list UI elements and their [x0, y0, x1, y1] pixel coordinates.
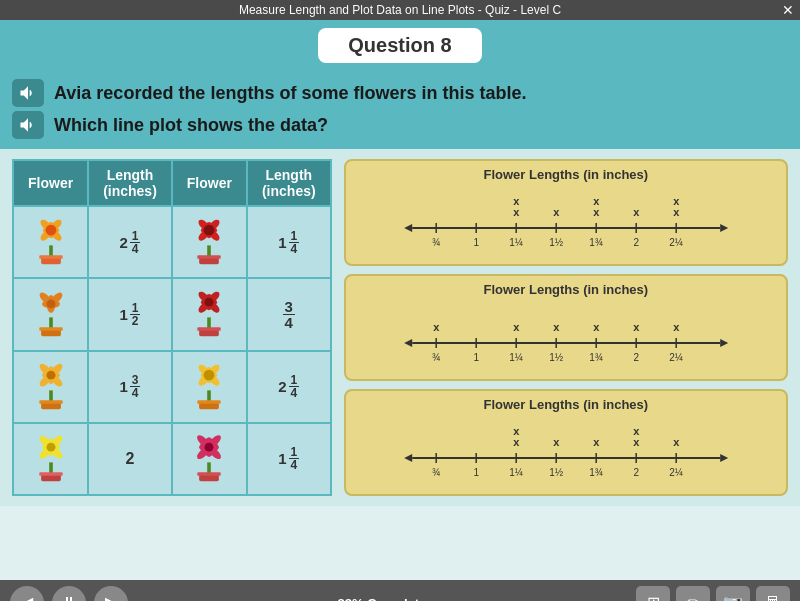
flower-cell-3: [13, 351, 88, 423]
svg-text:1: 1: [473, 467, 479, 478]
pencil-icon-button[interactable]: ✏: [676, 586, 710, 602]
svg-text:x: x: [553, 206, 560, 218]
svg-rect-40: [39, 400, 62, 404]
svg-text:x: x: [673, 206, 680, 218]
plot-svg-2: ¾ 1 1¼ 1½ 1¾ 2 2¼ x x x x x x: [356, 301, 776, 371]
flower-cell-6: [172, 278, 247, 350]
back-button[interactable]: ◀: [10, 586, 44, 602]
main-container: Question 8 Avia recorded the lengths of …: [0, 20, 800, 580]
pause-button[interactable]: ⏸: [52, 586, 86, 602]
svg-text:1½: 1½: [549, 467, 564, 478]
col-header-length2: Length(inches): [247, 160, 331, 206]
flower-cell-8: [172, 423, 247, 495]
svg-text:x: x: [513, 436, 520, 448]
svg-text:x: x: [633, 206, 640, 218]
question-line2: Which line plot shows the data?: [12, 111, 788, 139]
plot-title-1: Flower Lengths (in inches): [356, 167, 776, 182]
content-area: Flower Length(inches) Flower Length(inch…: [0, 149, 800, 506]
flower-cell-7: [172, 351, 247, 423]
svg-text:2: 2: [633, 352, 639, 363]
svg-text:x: x: [553, 321, 560, 333]
svg-text:x: x: [433, 321, 440, 333]
svg-marker-78: [404, 224, 412, 232]
question-line1: Avia recorded the lengths of some flower…: [12, 79, 788, 107]
svg-marker-126: [404, 454, 412, 462]
speaker-icon-2[interactable]: [12, 111, 44, 139]
svg-text:¾: ¾: [432, 237, 440, 248]
svg-marker-104: [720, 339, 728, 347]
svg-text:x: x: [513, 206, 520, 218]
svg-text:x: x: [673, 321, 680, 333]
svg-text:x: x: [513, 321, 520, 333]
grid-icon-button[interactable]: ⊞: [636, 586, 670, 602]
flower-image-5: [185, 214, 233, 266]
svg-text:x: x: [633, 321, 640, 333]
svg-text:2¼: 2¼: [669, 352, 683, 363]
bottom-icons: ⊞ ✏ 📷 🖩: [636, 586, 790, 602]
col-header-flower2: Flower: [172, 160, 247, 206]
flower-image-4: [27, 431, 75, 483]
svg-text:2: 2: [633, 237, 639, 248]
svg-text:1: 1: [473, 352, 479, 363]
speaker-icon-1[interactable]: [12, 79, 44, 107]
table-row: 214: [13, 206, 331, 278]
svg-text:2: 2: [633, 467, 639, 478]
svg-text:x: x: [593, 436, 600, 448]
plot-box-3[interactable]: Flower Lengths (in inches) ¾: [344, 389, 788, 496]
plot-svg-1: ¾ 1 1¼ 1½ 1¾ 2 2¼ x x x x: [356, 186, 776, 256]
bottom-bar: ◀ ⏸ ▶ 88% Complete ⊞ ✏ 📷 🖩: [0, 580, 800, 601]
svg-text:2¼: 2¼: [669, 237, 683, 248]
svg-text:1¾: 1¾: [589, 352, 603, 363]
svg-point-67: [46, 443, 55, 452]
svg-text:x: x: [593, 206, 600, 218]
plot-box-1[interactable]: Flower Lengths (in inches): [344, 159, 788, 266]
length-cell-5: 114: [247, 206, 331, 278]
length-cell-6: 34: [247, 278, 331, 350]
question-text-1: Avia recorded the lengths of some flower…: [54, 83, 526, 104]
top-bar-title: Measure Length and Plot Data on Line Plo…: [239, 3, 561, 17]
flower-image-2: [27, 286, 75, 338]
plot-title-3: Flower Lengths (in inches): [356, 397, 776, 412]
svg-text:¾: ¾: [432, 352, 440, 363]
length-cell-1: 214: [88, 206, 172, 278]
length-cell-2: 112: [88, 278, 172, 350]
svg-rect-60: [39, 472, 62, 476]
progress-wrapper: 88% Complete: [136, 594, 628, 601]
svg-point-27: [46, 300, 55, 309]
col-header-length1: Length(inches): [88, 160, 172, 206]
flower-image-6: [185, 286, 233, 338]
calculator-icon-button[interactable]: 🖩: [756, 586, 790, 602]
svg-text:x: x: [553, 436, 560, 448]
svg-marker-127: [720, 454, 728, 462]
length-cell-4: 2: [88, 423, 172, 495]
svg-rect-50: [198, 400, 221, 404]
top-bar: Measure Length and Plot Data on Line Plo…: [0, 0, 800, 20]
progress-text: 88% Complete: [136, 596, 628, 601]
svg-point-57: [204, 369, 215, 380]
close-icon[interactable]: ✕: [782, 2, 794, 18]
svg-text:x: x: [673, 436, 680, 448]
flower-image-3: [27, 359, 75, 411]
camera-icon-button[interactable]: 📷: [716, 586, 750, 602]
table-row: 2: [13, 423, 331, 495]
question-text-area: Avia recorded the lengths of some flower…: [0, 71, 800, 149]
question-text-2: Which line plot shows the data?: [54, 115, 328, 136]
flower-cell-2: [13, 278, 88, 350]
svg-point-47: [46, 370, 55, 379]
svg-text:2¼: 2¼: [669, 467, 683, 478]
plot-title-2: Flower Lengths (in inches): [356, 282, 776, 297]
col-header-flower1: Flower: [13, 160, 88, 206]
svg-point-19: [204, 225, 215, 236]
svg-text:1¼: 1¼: [509, 237, 523, 248]
svg-point-9: [45, 225, 56, 236]
svg-rect-30: [198, 328, 221, 332]
svg-point-37: [205, 298, 214, 307]
svg-text:x: x: [593, 195, 600, 207]
svg-marker-103: [404, 339, 412, 347]
data-table: Flower Length(inches) Flower Length(inch…: [12, 159, 332, 496]
plots-area: Flower Lengths (in inches): [344, 159, 788, 496]
length-cell-7: 214: [247, 351, 331, 423]
flower-image-7: [185, 359, 233, 411]
forward-button[interactable]: ▶: [94, 586, 128, 602]
plot-box-2[interactable]: Flower Lengths (in inches) ¾: [344, 274, 788, 381]
